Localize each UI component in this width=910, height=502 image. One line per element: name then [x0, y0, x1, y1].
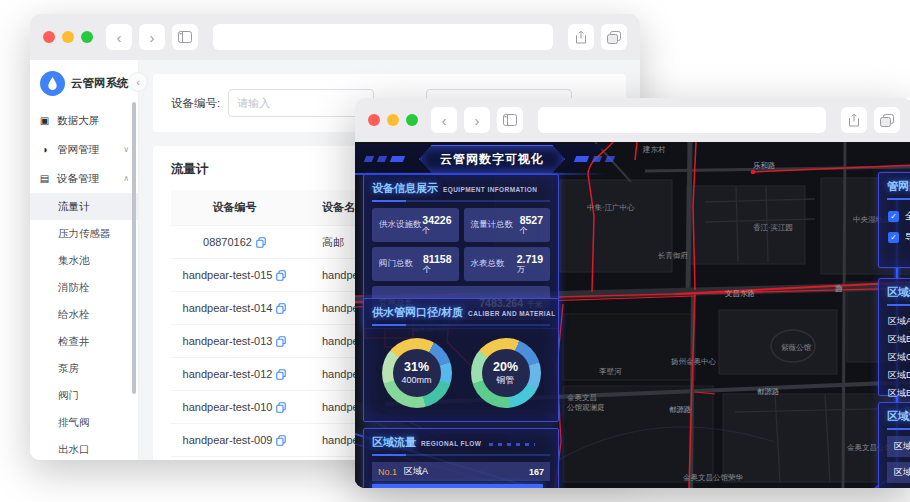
- sidebar-scrollbar[interactable]: [132, 102, 136, 394]
- subitem-label: 阀门: [58, 389, 79, 403]
- copy-icon[interactable]: [276, 336, 286, 347]
- device-id: 08870162: [203, 237, 252, 249]
- sidebar-subitem[interactable]: 给水栓: [30, 301, 138, 328]
- region-legend-item[interactable]: 区域A: [879, 312, 910, 330]
- forward-button[interactable]: ›: [139, 24, 165, 50]
- stat-label: 水表总数: [471, 258, 505, 270]
- title-underline: [887, 198, 910, 200]
- region-legend-item[interactable]: 区域C: [879, 348, 910, 366]
- sidebar-toggle-icon[interactable]: [497, 107, 523, 133]
- map-label: 金奥文昌公馆荣华: [683, 473, 744, 482]
- stat-cell: 流量计总数 8527 个: [464, 208, 551, 242]
- donut-percent: 20%: [493, 359, 518, 375]
- sidebar-subitem[interactable]: 出水口: [30, 436, 138, 460]
- regional-flow-panel: 区域流量 REGIONAL FLOW No.1 区域A 167: [363, 428, 559, 488]
- region-legend-item[interactable]: 区域D: [879, 366, 910, 384]
- sidebar-toggle-icon[interactable]: [172, 24, 198, 50]
- region-flow-panel: 区域流量 区域B 区域C 区域D 区: [878, 402, 910, 488]
- header-dash: [574, 156, 589, 162]
- copy-icon[interactable]: [276, 402, 286, 413]
- header-dash: [605, 156, 615, 162]
- menu-item-icon: ◑: [39, 144, 50, 155]
- address-bar[interactable]: [213, 24, 553, 50]
- share-icon[interactable]: [841, 107, 867, 133]
- copy-icon[interactable]: [276, 303, 286, 314]
- title-underline: [372, 200, 550, 202]
- flow-row: No.1 区域A 167: [372, 462, 550, 488]
- sidebar-subitem[interactable]: 压力传感器: [30, 220, 138, 247]
- menu-item-label: 设备管理: [57, 172, 99, 186]
- checkbox-checked-icon[interactable]: ✓: [888, 232, 899, 243]
- maximize-button[interactable]: [406, 114, 418, 126]
- tabs-overview-icon[interactable]: [601, 24, 627, 50]
- layer-option-label: 全选: [905, 210, 910, 223]
- maximize-button[interactable]: [81, 31, 93, 43]
- layer-option-label: 导入: [905, 231, 910, 244]
- sidebar-collapse-button[interactable]: ‹: [128, 72, 148, 92]
- sidebar-subitem[interactable]: 流量计: [30, 193, 138, 220]
- panel-title: 管网图层: [887, 179, 910, 194]
- gis-dashboard: 建东村乐和路中集·江广中心香江·滨江园中央湿地公园长青御府文昌东路合力路扬州金奥…: [355, 142, 910, 488]
- menu-item-label: 数据大屏: [57, 114, 99, 128]
- pipe-layers-panel: 管网图层 ✓ 全选 ✓ 导入: [878, 172, 910, 268]
- sidebar-subitem[interactable]: 排气阀: [30, 409, 138, 436]
- sidebar-subitem[interactable]: 泵房: [30, 355, 138, 382]
- sidebar-subitem[interactable]: 消防栓: [30, 274, 138, 301]
- donut-chart: 31% 400mm: [382, 338, 452, 408]
- sidebar-menu-item[interactable]: ◑ 管网管理 ∨: [30, 135, 138, 164]
- minimize-button[interactable]: [387, 114, 399, 126]
- map-label: 公馆观澜庭: [567, 403, 605, 412]
- back-button[interactable]: ‹: [106, 24, 132, 50]
- region-flow-label: 区域B: [894, 441, 910, 451]
- stat-label: 阀门总数: [379, 258, 413, 270]
- flow-value: 167: [529, 467, 544, 477]
- device-id-label: 设备编号:: [171, 96, 220, 111]
- device-id: handpear-test-010: [183, 402, 273, 414]
- panel-subtitle: REGIONAL FLOW: [421, 440, 481, 447]
- layer-option[interactable]: ✓ 全选: [879, 206, 910, 227]
- copy-icon[interactable]: [276, 270, 286, 281]
- layer-option[interactable]: ✓ 导入: [879, 227, 910, 248]
- header-dash: [390, 156, 405, 162]
- sidebar-subitem[interactable]: 检查井: [30, 328, 138, 355]
- forward-button[interactable]: ›: [464, 107, 490, 133]
- checkbox-checked-icon[interactable]: ✓: [888, 211, 899, 222]
- subitem-label: 泵房: [58, 362, 79, 376]
- copy-icon[interactable]: [256, 237, 266, 248]
- sidebar-menu-item[interactable]: ▤ 设备管理 ∧: [30, 164, 138, 193]
- sidebar-subitem[interactable]: 集水池: [30, 247, 138, 274]
- close-button[interactable]: [43, 31, 55, 43]
- title-underline: [887, 428, 910, 430]
- stat-unit: 个: [520, 226, 543, 235]
- region-stats-panel: 区域统计 区域A 区域B 区域C: [878, 278, 910, 396]
- tabs-overview-icon[interactable]: [874, 107, 900, 133]
- title-decoration: [489, 443, 535, 446]
- region-legend-item[interactable]: 区域B: [879, 330, 910, 348]
- flow-bar: [372, 484, 543, 488]
- region-flow-label: 区域C: [894, 467, 910, 477]
- device-id-input[interactable]: [228, 89, 374, 117]
- stat-cell: 阀门总数 81158 个: [372, 247, 459, 281]
- close-button[interactable]: [368, 114, 380, 126]
- sidebar-subitem[interactable]: 阀门: [30, 382, 138, 409]
- minimize-button[interactable]: [62, 31, 74, 43]
- back-button[interactable]: ‹: [431, 107, 457, 133]
- browser-chrome: ‹ ›: [355, 98, 910, 142]
- region-legend-item[interactable]: 区域E: [879, 384, 910, 402]
- address-bar[interactable]: [538, 107, 826, 133]
- stat-value: 2.719: [517, 253, 543, 265]
- stat-cell: 水表总数 2.719 万: [464, 247, 551, 281]
- menu-item-icon: ▤: [39, 173, 50, 184]
- subitem-label: 流量计: [58, 200, 90, 214]
- sidebar-menu-item[interactable]: ▣ 数据大屏: [30, 106, 138, 135]
- traffic-lights: [43, 31, 93, 43]
- menu-item-label: 管网管理: [57, 143, 99, 157]
- subitem-label: 检查井: [58, 335, 90, 349]
- copy-icon[interactable]: [276, 435, 286, 446]
- share-icon[interactable]: [568, 24, 594, 50]
- browser-chrome: ‹ ›: [30, 14, 640, 60]
- copy-icon[interactable]: [276, 369, 286, 380]
- title-underline: [372, 324, 550, 326]
- title-underline: [887, 304, 910, 306]
- subitem-label: 压力传感器: [58, 227, 111, 241]
